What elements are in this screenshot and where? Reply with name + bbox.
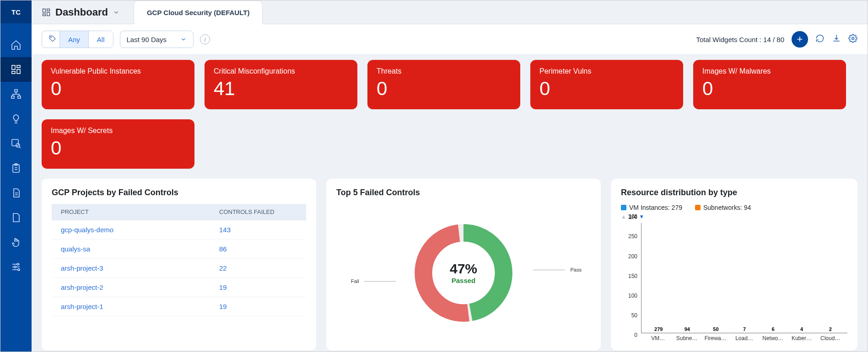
nav-page[interactable] [0,205,32,230]
bar-subnet[interactable]: 94 [673,326,702,333]
prev-page-button[interactable]: ▲ [621,213,626,220]
project-link[interactable]: arsh-project-1 [61,303,219,310]
svg-rect-17 [43,14,46,16]
nav-touch[interactable] [0,230,32,255]
kpi-critical-misconfig[interactable]: Critical Misconfigurations 41 [205,60,357,109]
kpi-perimeter-vulns[interactable]: Perimeter Vulns 0 [530,60,683,109]
svg-rect-7 [12,139,18,146]
donut-leader-line [533,270,565,270]
kpi-vulnerable-instances[interactable]: Vulnerable Public Instances 0 [42,60,194,109]
bar-value: 2 [829,326,832,332]
kpi-value: 0 [539,77,674,100]
lightbulb-icon [11,113,22,124]
chevron-down-icon [180,36,187,43]
tab-gcp-cloud-security[interactable]: GCP Cloud Security (DEFAULT) [134,0,263,24]
time-range-dropdown[interactable]: Last 90 Days [120,31,194,48]
table-row: qualys-sa 86 [52,240,306,259]
scan-icon [11,138,22,149]
y-tick: 250 [628,233,637,240]
controls-link[interactable]: 22 [219,264,297,272]
bar-plot: 279 94 50 7 [641,223,847,333]
bar-cloud[interactable]: 2 [816,326,845,333]
dashboard-title-group[interactable]: Dashboard [42,6,120,18]
nav-dashboard[interactable] [0,57,32,82]
project-link[interactable]: qualys-sa [61,245,219,253]
kpi-threats[interactable]: Threats 0 [367,60,520,109]
bar-firewall[interactable]: 50 [701,326,730,333]
refresh-icon [815,34,825,43]
legend-label: VM Instances: 279 [629,204,682,211]
nav-insights[interactable] [0,107,32,131]
settings-button[interactable] [848,34,857,45]
donut-center-pct: 47% [450,261,477,277]
tag-icon [46,34,59,44]
svg-rect-0 [12,65,15,69]
chevron-down-icon [113,9,120,16]
table-row: arsh-project-2 19 [52,278,306,297]
svg-rect-1 [17,65,20,68]
svg-rect-2 [17,69,20,74]
brand-logo[interactable]: TC [0,0,32,23]
bar-kubernetes[interactable]: 4 [787,326,816,333]
nav-scan[interactable] [0,131,32,156]
download-button[interactable] [832,34,841,45]
legend-vm-instances[interactable]: VM Instances: 279 [621,204,682,211]
document-icon [11,187,22,198]
topology-icon [11,89,22,100]
x-tick: Kuber… [787,335,816,341]
x-axis: VM… Subne… Firewa… Load… Netwo… Kuber… C… [641,333,847,341]
kpi-value: 41 [214,77,348,100]
y-tick: 300 [628,213,637,220]
controls-link[interactable]: 19 [219,283,297,291]
add-widget-button[interactable]: + [792,31,808,48]
x-tick: Subne… [673,335,701,341]
controls-link[interactable]: 86 [219,245,297,253]
svg-rect-16 [47,12,50,16]
project-link[interactable]: arsh-project-3 [61,264,219,272]
controls-link[interactable]: 19 [219,303,297,310]
y-tick: 150 [628,273,637,279]
x-tick: VM… [644,335,673,341]
nav-document[interactable] [0,181,32,205]
time-range-value: Last 90 Days [127,36,167,43]
nav-filters[interactable] [0,255,32,279]
info-icon[interactable]: i [200,34,210,44]
legend-subnetworks[interactable]: Subnetworks: 94 [695,204,751,211]
refresh-button[interactable] [815,34,825,45]
swatch-icon [695,205,701,210]
content: Vulnerable Public Instances 0 Critical M… [32,55,868,352]
donut-label-pass: Pass [571,267,582,272]
bar-value: 4 [800,326,803,332]
kpi-value: 0 [702,77,837,100]
y-tick: 50 [631,312,637,319]
filter-any[interactable]: Any [59,31,88,48]
nav-topology[interactable] [0,82,32,107]
next-page-button[interactable]: ▼ [639,213,644,220]
y-axis: 0 50 100 150 200 250 300 [621,223,641,341]
kpi-images-secrets[interactable]: Images W/ Secrets 0 [42,119,194,169]
x-tick: Load… [730,335,759,341]
swatch-icon [621,205,626,210]
y-tick: 0 [634,332,637,338]
widgets-row: GCP Projects by Failed Controls PROJECT … [42,179,857,351]
clipboard-icon [11,163,22,174]
bar-vm[interactable]: 279 [644,326,673,333]
filter-all[interactable]: All [88,31,113,48]
kpi-images-malwares[interactable]: Images W/ Malwares 0 [693,60,846,109]
svg-rect-6 [18,96,21,98]
bar-load[interactable]: 7 [730,326,759,333]
nav-reports[interactable] [0,156,32,181]
donut-title: Top 5 Failed Controls [336,188,591,197]
kpi-label: Images W/ Secrets [51,127,185,135]
project-link[interactable]: gcp-qualys-demo [61,226,219,234]
bar-network[interactable]: 6 [759,326,787,333]
controls-link[interactable]: 143 [219,226,297,234]
kpi-label: Critical Misconfigurations [214,67,348,75]
svg-rect-14 [43,9,46,12]
download-icon [832,34,841,43]
project-link[interactable]: arsh-project-2 [61,283,219,291]
donut-wrap: Pass Fail 47% Passed [336,204,591,341]
kpi-value: 0 [51,77,185,100]
nav-home[interactable] [0,32,32,57]
donut-card: Top 5 Failed Controls Pass Fail 47% Pass… [326,179,601,351]
